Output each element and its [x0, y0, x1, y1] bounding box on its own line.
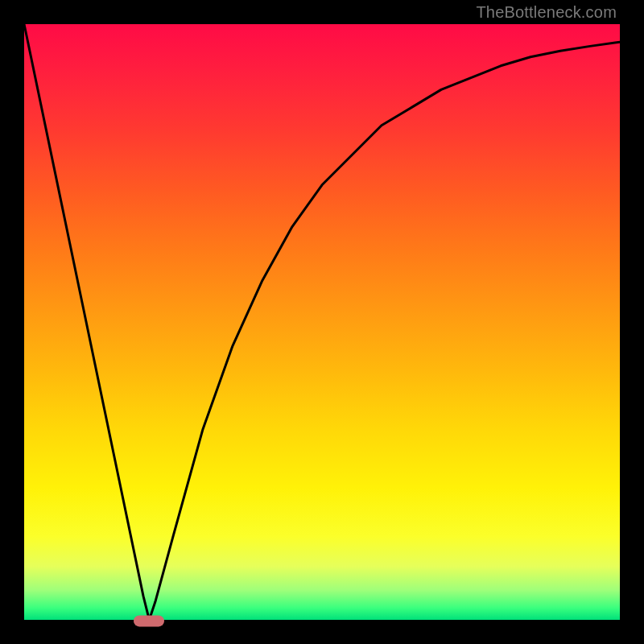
plot-area [24, 24, 620, 620]
optimal-marker [134, 615, 164, 626]
watermark-text: TheBottleneck.com [476, 3, 617, 22]
bottleneck-curve [24, 24, 620, 620]
chart-frame: TheBottleneck.com [0, 0, 644, 644]
